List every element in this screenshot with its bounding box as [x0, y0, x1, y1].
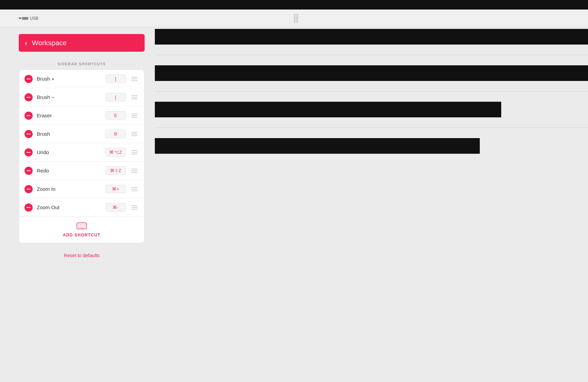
remove-undo-button[interactable] — [24, 148, 33, 156]
workspace-title: Workspace — [32, 39, 67, 47]
redacted-bar-2 — [155, 65, 588, 81]
drag-line-3 — [131, 172, 137, 173]
key-badge-eraser: E — [105, 111, 126, 120]
drag-handle-eraser[interactable] — [130, 112, 139, 119]
drag-line-2 — [131, 79, 137, 79]
reset-defaults-button[interactable]: Reset to defaults — [19, 253, 145, 258]
svg-rect-2 — [80, 224, 81, 225]
key-badge-zoom-out: ⌘- — [105, 203, 126, 212]
usb-icon-symbol — [19, 17, 28, 20]
drag-line-1 — [131, 187, 137, 188]
key-badge-brush-minus: [ — [105, 93, 126, 101]
usb-small-rect — [19, 17, 21, 19]
add-shortcut-section[interactable]: ADD SHORTCUT — [19, 217, 144, 243]
drag-line-2 — [131, 115, 137, 116]
usb-bar: USB — [0, 10, 588, 27]
shortcut-name-brush-plus: Brush + — [37, 76, 101, 82]
shortcut-row-zoom-in: Zoom In ⌘= — [19, 180, 144, 198]
drag-line-1 — [131, 95, 137, 96]
left-panel: ‹ Workspace SIDEBAR SHORTCUTS Brush + ] … — [19, 34, 145, 375]
drag-line-3 — [131, 99, 137, 99]
remove-eraser-button[interactable] — [24, 112, 33, 120]
shortcut-name-brush-minus: Brush − — [37, 94, 101, 100]
shortcut-row-undo: Undo ⌘⌥Z — [19, 143, 144, 162]
drag-line-1 — [131, 132, 137, 133]
divider-line-2 — [296, 14, 296, 23]
separator-3 — [155, 128, 588, 128]
drag-line-3 — [131, 117, 137, 118]
remove-zoom-out-button[interactable] — [24, 203, 33, 212]
drag-line-3 — [131, 80, 137, 81]
add-shortcut-label: ADD SHORTCUT — [63, 233, 100, 237]
drag-line-1 — [131, 169, 137, 169]
drag-line-1 — [131, 77, 137, 78]
svg-rect-4 — [84, 224, 85, 225]
shortcut-row-eraser: Eraser E — [19, 106, 144, 125]
drag-handle-zoom-in[interactable] — [130, 186, 139, 193]
shortcut-row-brush: Brush B — [19, 125, 144, 143]
svg-rect-3 — [82, 224, 83, 225]
keyboard-icon — [77, 222, 87, 231]
separator-2 — [155, 91, 588, 92]
remove-brush-minus-button[interactable] — [24, 93, 33, 101]
svg-rect-7 — [82, 226, 83, 227]
shortcut-row-brush-minus: Brush − [ — [19, 88, 144, 106]
drag-line-3 — [131, 190, 137, 191]
drag-line-3 — [131, 209, 137, 210]
right-panel — [158, 34, 569, 375]
drag-line-2 — [131, 170, 137, 171]
svg-rect-9 — [79, 227, 84, 228]
drag-handle-brush[interactable] — [130, 131, 139, 137]
svg-rect-8 — [84, 226, 85, 227]
drag-line-2 — [131, 189, 137, 189]
divider-line-1 — [294, 14, 295, 23]
redacted-bar-1 — [155, 29, 588, 45]
divider-vertical — [294, 14, 298, 23]
shortcut-name-undo: Undo — [37, 149, 101, 155]
drag-line-2 — [131, 207, 137, 208]
redacted-bar-4 — [155, 138, 480, 154]
remove-brush-plus-button[interactable] — [24, 75, 33, 83]
key-badge-brush-plus: ] — [105, 74, 126, 83]
shortcut-row-zoom-out: Zoom Out ⌘- — [19, 198, 144, 217]
drag-line-3 — [131, 135, 137, 136]
shortcuts-card: Brush + ] Brush − [ — [19, 69, 145, 243]
redacted-bar-3 — [155, 102, 501, 117]
key-badge-brush: B — [105, 130, 126, 138]
drag-handle-zoom-out[interactable] — [130, 204, 139, 211]
drag-line-2 — [131, 152, 137, 153]
drag-line-2 — [131, 97, 137, 98]
remove-zoom-in-button[interactable] — [24, 185, 33, 193]
drag-handle-brush-plus[interactable] — [130, 76, 139, 82]
key-badge-redo: ⌘⇧Z — [105, 166, 126, 175]
shortcut-name-brush: Brush — [37, 131, 101, 137]
separator-1 — [155, 55, 588, 55]
shortcut-row-redo: Redo ⌘⇧Z — [19, 162, 144, 180]
svg-rect-1 — [78, 224, 79, 225]
shortcut-row-brush-plus: Brush + ] — [19, 70, 144, 88]
usb-rect — [22, 17, 28, 20]
shortcuts-section-label: SIDEBAR SHORTCUTS — [19, 62, 145, 66]
shortcut-name-redo: Redo — [37, 168, 101, 173]
drag-handle-undo[interactable] — [130, 149, 139, 156]
redacted-content — [155, 29, 588, 164]
drag-line-1 — [131, 114, 137, 114]
workspace-back-button[interactable]: ‹ Workspace — [19, 34, 145, 52]
remove-brush-button[interactable] — [24, 130, 33, 138]
drag-handle-brush-minus[interactable] — [130, 94, 139, 101]
shortcut-name-zoom-in: Zoom In — [37, 186, 101, 192]
key-badge-undo: ⌘⌥Z — [105, 148, 126, 156]
usb-label: USB — [30, 16, 38, 21]
divider-line-3 — [297, 14, 298, 23]
drag-line-1 — [131, 150, 137, 151]
drag-line-2 — [131, 134, 137, 134]
top-bar — [0, 0, 588, 10]
svg-rect-6 — [80, 226, 81, 227]
usb-indicator: USB — [19, 16, 38, 21]
remove-redo-button[interactable] — [24, 167, 33, 175]
drag-handle-redo[interactable] — [130, 167, 139, 174]
shortcut-name-zoom-out: Zoom Out — [37, 204, 101, 210]
main-content: ‹ Workspace SIDEBAR SHORTCUTS Brush + ] … — [0, 27, 588, 382]
drag-line-3 — [131, 154, 137, 154]
drag-line-1 — [131, 205, 137, 206]
